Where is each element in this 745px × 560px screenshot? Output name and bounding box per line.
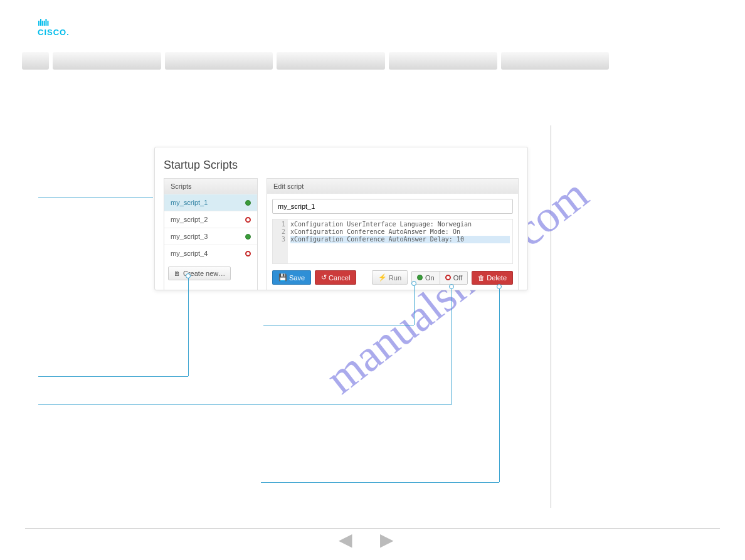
off-option[interactable]: Off [440,272,467,284]
scripts-header: Scripts [164,179,257,194]
logo-text: CISCO. [38,28,70,37]
script-name: my_script_2 [171,216,208,223]
footer-divider [25,528,720,529]
on-off-toggle[interactable]: On Off [411,271,468,285]
edit-script-panel: Edit script 123 xConfiguration UserInter… [267,178,519,290]
bolt-icon: ⚡ [378,273,387,282]
tab[interactable] [277,52,385,70]
code-line: xConfiguration UserInterface Language: N… [290,221,510,228]
cancel-label: Cancel [329,274,350,282]
status-on-icon [245,234,251,240]
code-line: xConfiguration Conference AutoAnswer Del… [290,236,510,243]
divider [551,125,551,508]
off-label: Off [453,274,462,282]
tab-active[interactable] [613,52,721,70]
tab[interactable] [501,52,610,70]
on-option[interactable]: On [412,272,440,284]
status-off-icon [245,217,251,223]
save-icon: 💾 [278,273,287,282]
file-icon: 🗎 [174,270,181,277]
panel-title: Startup Scripts [155,147,527,178]
trash-icon: 🗑 [478,274,485,282]
script-list-item[interactable]: my_script_2 [164,211,257,228]
script-list-item[interactable]: my_script_1 [164,194,257,211]
code-editor[interactable]: 123 xConfiguration UserInterface Languag… [272,219,513,264]
page-nav: ◀ ▶ [339,529,394,550]
startup-scripts-panel: Startup Scripts Scripts my_script_1my_sc… [154,147,528,290]
cisco-logo: ılıılı CISCO. [38,18,70,37]
on-label: On [425,274,435,282]
tab[interactable] [53,52,161,70]
code-line: xConfiguration Conference AutoAnswer Mod… [290,228,510,236]
save-button[interactable]: 💾 Save [272,270,311,285]
script-name: my_script_1 [171,199,208,206]
delete-button[interactable]: 🗑 Delete [472,271,513,285]
script-list-item[interactable]: my_script_3 [164,228,257,245]
tab[interactable] [165,52,273,70]
scripts-list-panel: Scripts my_script_1my_script_2my_script_… [164,178,258,290]
cancel-button[interactable]: ↺ Cancel [315,270,356,285]
run-label: Run [389,274,401,282]
edit-header: Edit script [267,179,518,194]
script-name-input[interactable] [272,199,513,214]
delete-label: Delete [487,274,507,282]
script-list-item[interactable]: my_script_4 [164,245,257,262]
tab[interactable] [389,52,497,70]
script-name: my_script_3 [171,233,208,240]
run-button[interactable]: ⚡ Run [372,270,408,285]
script-name: my_script_4 [171,250,208,257]
logo-bars-icon: ılıılı [38,18,70,28]
save-label: Save [289,274,305,282]
undo-icon: ↺ [321,273,327,282]
top-tabs [22,52,721,70]
create-new-button[interactable]: 🗎 Create new… [168,267,231,280]
tab[interactable] [22,52,49,70]
status-on-icon [245,200,251,206]
status-off-icon [245,251,251,256]
line-gutter: 123 [273,219,288,263]
next-page-icon[interactable]: ▶ [380,529,394,550]
green-dot-icon [417,275,423,280]
red-dot-icon [445,275,451,280]
prev-page-icon[interactable]: ◀ [339,529,352,550]
